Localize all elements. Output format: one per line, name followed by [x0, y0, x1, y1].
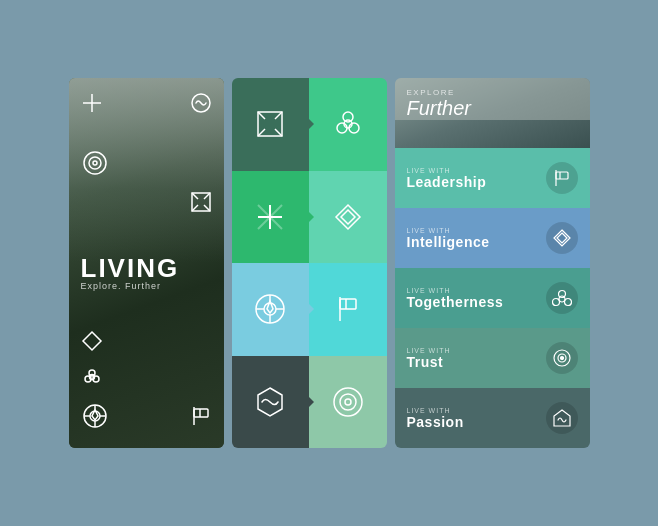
- cell-cross: [232, 171, 310, 264]
- leadership-title: Leadership: [407, 174, 487, 190]
- panel-grid: [232, 78, 387, 448]
- flag-icon: [190, 405, 212, 431]
- svg-rect-24: [194, 409, 208, 417]
- svg-line-29: [258, 129, 265, 136]
- svg-marker-39: [336, 205, 360, 229]
- svg-point-52: [334, 388, 362, 416]
- svg-rect-49: [340, 299, 356, 309]
- passion-title: Passion: [407, 414, 464, 430]
- circle-icon: [81, 149, 109, 181]
- svg-line-30: [275, 129, 282, 136]
- svg-line-9: [192, 205, 198, 211]
- cross-icon: [81, 92, 103, 118]
- panel-list: EXPLORE Further LIVE WITH Leadership: [395, 78, 590, 448]
- list-item-trust[interactable]: LIVE WITH Trust: [395, 328, 590, 388]
- cell-flower: [309, 78, 387, 171]
- svg-line-28: [275, 112, 282, 119]
- list-item-leadership[interactable]: LIVE WITH Leadership: [395, 148, 590, 208]
- svg-line-8: [204, 193, 210, 199]
- panel1-mid-icons: [81, 149, 212, 217]
- svg-point-3: [84, 152, 106, 174]
- svg-marker-59: [557, 233, 567, 243]
- panel1-title: LIVING: [81, 255, 212, 281]
- intelligence-text: LIVE WITH Intelligence: [407, 227, 490, 250]
- togetherness-label: LIVE WITH: [407, 287, 504, 294]
- trust-label: LIVE WITH: [407, 347, 451, 354]
- svg-point-4: [89, 157, 101, 169]
- intelligence-label: LIVE WITH: [407, 227, 490, 234]
- svg-point-54: [345, 399, 351, 405]
- cell-hexwave: [232, 356, 310, 449]
- svg-line-27: [258, 112, 265, 119]
- svg-point-53: [340, 394, 356, 410]
- main-container: LIVING Explore. Further: [69, 78, 590, 448]
- panel3-header-title: Further: [407, 97, 578, 120]
- svg-line-10: [204, 205, 210, 211]
- svg-rect-56: [556, 172, 568, 179]
- trust-icon: [546, 342, 578, 374]
- svg-line-7: [192, 193, 198, 199]
- cell-flag: [309, 263, 387, 356]
- passion-label: LIVE WITH: [407, 407, 464, 414]
- leadership-label: LIVE WITH: [407, 167, 487, 174]
- passion-icon: [546, 402, 578, 434]
- list-item-intelligence[interactable]: LIVE WITH Intelligence: [395, 208, 590, 268]
- compass-icon: [81, 402, 109, 434]
- flower-icon: [81, 366, 103, 392]
- diamond-icon: [81, 330, 103, 356]
- panel1-top-icons: [81, 92, 212, 118]
- svg-point-66: [560, 357, 563, 360]
- svg-point-5: [93, 161, 97, 165]
- panel-living: LIVING Explore. Further: [69, 78, 224, 448]
- cell-frame: [232, 78, 310, 171]
- cell-diamond: [309, 171, 387, 264]
- frame-icon: [190, 191, 212, 217]
- leadership-icon: [546, 162, 578, 194]
- list-item-passion[interactable]: LIVE WITH Passion: [395, 388, 590, 448]
- svg-point-15: [89, 374, 94, 379]
- leadership-text: LIVE WITH Leadership: [407, 167, 487, 190]
- svg-point-63: [559, 296, 565, 302]
- passion-text: LIVE WITH Passion: [407, 407, 464, 430]
- list-item-togetherness[interactable]: LIVE WITH Togetherness: [395, 268, 590, 328]
- panel3-header-label: EXPLORE: [407, 88, 578, 97]
- wave-icon: [190, 92, 212, 118]
- svg-marker-67: [554, 410, 570, 426]
- panel1-lower-icons: [81, 330, 212, 434]
- cell-compass: [232, 263, 310, 356]
- svg-marker-11: [83, 332, 101, 350]
- togetherness-icon: [546, 282, 578, 314]
- intelligence-title: Intelligence: [407, 234, 490, 250]
- panel3-header: EXPLORE Further: [395, 78, 590, 148]
- cell-circle-dot: [309, 356, 387, 449]
- panel3-header-content: EXPLORE Further: [395, 78, 590, 130]
- panel1-content: LIVING Explore. Further: [69, 78, 224, 448]
- trust-text: LIVE WITH Trust: [407, 347, 451, 370]
- trust-title: Trust: [407, 354, 451, 370]
- svg-marker-40: [341, 210, 355, 224]
- togetherness-text: LIVE WITH Togetherness: [407, 287, 504, 310]
- intelligence-icon: [546, 222, 578, 254]
- panel1-subtitle: Explore. Further: [81, 281, 212, 291]
- panel1-title-area: LIVING Explore. Further: [81, 247, 212, 299]
- togetherness-title: Togetherness: [407, 294, 504, 310]
